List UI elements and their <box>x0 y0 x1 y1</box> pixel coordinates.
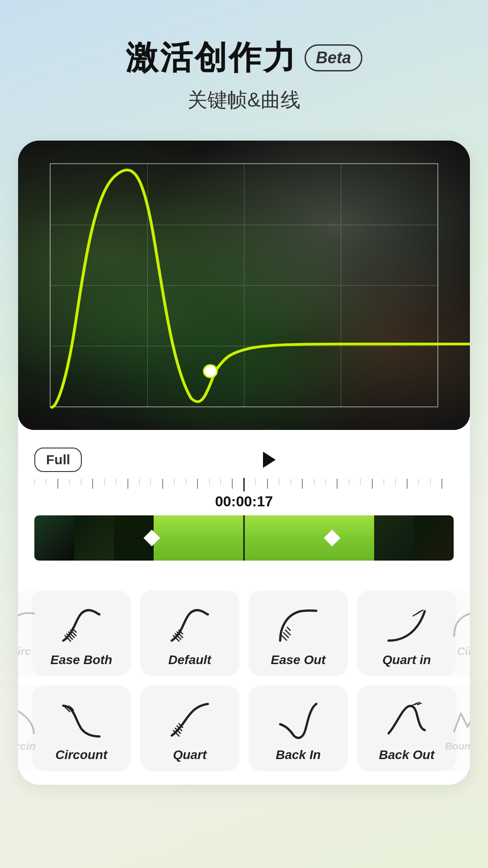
page-subtitle: 关键帧&曲线 <box>0 87 488 113</box>
easing-card-default[interactable]: Default <box>140 590 239 676</box>
back-out-icon <box>386 699 427 740</box>
easing-row-2: Circin Circount <box>32 685 456 771</box>
ghost-label-bounce-j: Bounce-J <box>445 741 470 752</box>
animation-curve <box>18 141 470 430</box>
ghost-label-circ-right: Circ <box>457 645 470 658</box>
ease-both-label: Ease Both <box>51 653 113 667</box>
quart-label: Quart <box>173 748 207 762</box>
timeline-controls: Full <box>18 430 470 577</box>
svg-point-0 <box>204 365 217 377</box>
easing-card-back-in[interactable]: Back In <box>249 685 348 771</box>
easing-card-quart[interactable]: Quart <box>140 685 239 771</box>
ghost-card-circ-right: Circ <box>438 590 470 676</box>
play-button[interactable] <box>253 445 282 474</box>
ghost-label-circ: Circ <box>18 645 31 658</box>
ghost-card-circ: Circ <box>18 590 50 676</box>
page-title: 激活创作力 <box>126 36 297 80</box>
ease-out-label: Ease Out <box>271 653 325 667</box>
ghost-card-circin: Circin <box>18 685 50 771</box>
video-preview[interactable] <box>18 141 470 430</box>
quart-in-label: Quart in <box>382 653 431 667</box>
ghost-card-bounce-j: Bounce-J <box>438 685 470 771</box>
svg-line-16 <box>418 610 423 613</box>
ease-both-icon <box>61 604 102 645</box>
circount-icon <box>61 699 102 740</box>
circount-label: Circount <box>55 748 107 762</box>
back-in-icon <box>278 699 319 740</box>
svg-line-13 <box>287 627 291 631</box>
back-out-label: Back Out <box>379 748 435 762</box>
main-card: Full <box>18 141 470 785</box>
default-icon <box>169 604 210 645</box>
ease-out-icon <box>278 604 319 645</box>
easing-grid: Circ Ease Both <box>18 577 470 785</box>
beta-badge: Beta <box>305 44 362 71</box>
header: 激活创作力 Beta 关键帧&曲线 <box>0 0 488 127</box>
quart-in-icon <box>386 604 427 645</box>
back-in-label: Back In <box>276 748 321 762</box>
ghost-label-circin: Circin <box>18 740 36 753</box>
quart-icon <box>169 699 210 740</box>
easing-card-ease-out[interactable]: Ease Out <box>249 590 348 676</box>
full-badge[interactable]: Full <box>34 448 82 472</box>
filmstrip[interactable] <box>34 515 454 561</box>
default-label: Default <box>169 653 211 667</box>
time-display: 00:00:17 <box>34 493 454 510</box>
timeline-ruler[interactable] <box>34 478 454 491</box>
